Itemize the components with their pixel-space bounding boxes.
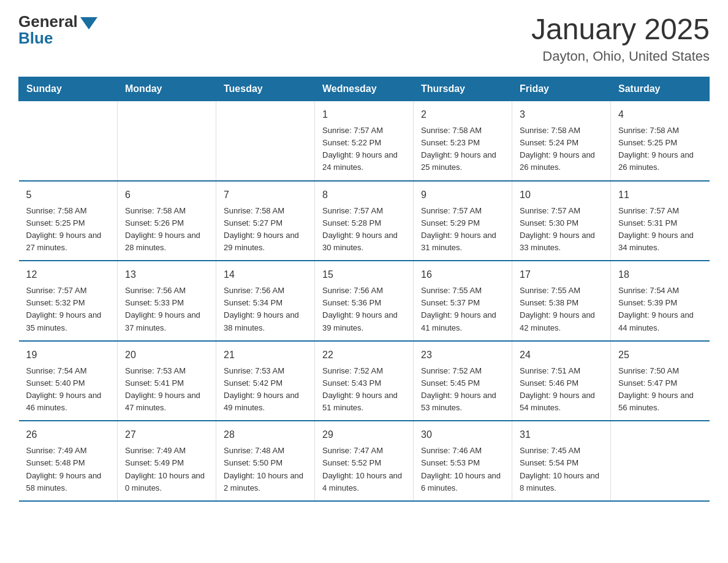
col-saturday: Saturday: [611, 77, 710, 101]
table-row: 21Sunrise: 7:53 AM Sunset: 5:42 PM Dayli…: [216, 341, 315, 421]
day-number: 17: [520, 267, 603, 282]
day-info: Sunrise: 7:57 AM Sunset: 5:32 PM Dayligh…: [26, 285, 110, 334]
day-number: 8: [322, 188, 406, 202]
calendar-week-row: 5Sunrise: 7:58 AM Sunset: 5:25 PM Daylig…: [19, 181, 710, 261]
logo: General Blue: [18, 12, 97, 48]
table-row: 19Sunrise: 7:54 AM Sunset: 5:40 PM Dayli…: [19, 341, 118, 421]
day-info: Sunrise: 7:52 AM Sunset: 5:43 PM Dayligh…: [322, 365, 406, 415]
day-info: Sunrise: 7:54 AM Sunset: 5:39 PM Dayligh…: [618, 285, 702, 334]
day-info: Sunrise: 7:55 AM Sunset: 5:37 PM Dayligh…: [421, 285, 504, 334]
day-number: 14: [224, 267, 307, 282]
day-info: Sunrise: 7:56 AM Sunset: 5:34 PM Dayligh…: [224, 285, 307, 334]
table-row: [611, 421, 710, 501]
table-row: 30Sunrise: 7:46 AM Sunset: 5:53 PM Dayli…: [414, 421, 512, 501]
table-row: 31Sunrise: 7:45 AM Sunset: 5:54 PM Dayli…: [512, 421, 611, 501]
day-info: Sunrise: 7:56 AM Sunset: 5:36 PM Dayligh…: [322, 285, 406, 334]
day-number: 4: [618, 107, 702, 122]
table-row: 10Sunrise: 7:57 AM Sunset: 5:30 PM Dayli…: [512, 181, 611, 261]
table-row: 25Sunrise: 7:50 AM Sunset: 5:47 PM Dayli…: [611, 341, 710, 421]
day-info: Sunrise: 7:58 AM Sunset: 5:23 PM Dayligh…: [421, 124, 504, 174]
col-monday: Monday: [118, 77, 216, 101]
table-row: 2Sunrise: 7:58 AM Sunset: 5:23 PM Daylig…: [414, 101, 512, 181]
day-number: 1: [322, 107, 406, 122]
day-info: Sunrise: 7:51 AM Sunset: 5:46 PM Dayligh…: [520, 365, 603, 415]
table-row: 13Sunrise: 7:56 AM Sunset: 5:33 PM Dayli…: [118, 261, 216, 341]
table-row: 6Sunrise: 7:58 AM Sunset: 5:26 PM Daylig…: [118, 181, 216, 261]
day-info: Sunrise: 7:55 AM Sunset: 5:38 PM Dayligh…: [520, 285, 603, 334]
table-row: 9Sunrise: 7:57 AM Sunset: 5:29 PM Daylig…: [414, 181, 512, 261]
col-wednesday: Wednesday: [315, 77, 414, 101]
page-header: General Blue January 2025 Dayton, Ohio, …: [18, 12, 710, 64]
logo-blue-text: Blue: [18, 29, 53, 48]
calendar-week-row: 1Sunrise: 7:57 AM Sunset: 5:22 PM Daylig…: [19, 101, 710, 181]
table-row: 27Sunrise: 7:49 AM Sunset: 5:49 PM Dayli…: [118, 421, 216, 501]
table-row: 22Sunrise: 7:52 AM Sunset: 5:43 PM Dayli…: [315, 341, 414, 421]
table-row: 7Sunrise: 7:58 AM Sunset: 5:27 PM Daylig…: [216, 181, 315, 261]
table-row: [216, 101, 315, 181]
day-number: 10: [520, 188, 603, 202]
day-info: Sunrise: 7:57 AM Sunset: 5:30 PM Dayligh…: [520, 205, 603, 255]
day-info: Sunrise: 7:52 AM Sunset: 5:45 PM Dayligh…: [421, 365, 504, 415]
table-row: 12Sunrise: 7:57 AM Sunset: 5:32 PM Dayli…: [19, 261, 118, 341]
day-number: 23: [421, 348, 504, 362]
day-info: Sunrise: 7:48 AM Sunset: 5:50 PM Dayligh…: [224, 445, 307, 494]
col-friday: Friday: [512, 77, 611, 101]
title-section: January 2025 Dayton, Ohio, United States: [531, 12, 710, 64]
calendar-week-row: 19Sunrise: 7:54 AM Sunset: 5:40 PM Dayli…: [19, 341, 710, 421]
day-info: Sunrise: 7:58 AM Sunset: 5:27 PM Dayligh…: [224, 205, 307, 255]
day-info: Sunrise: 7:58 AM Sunset: 5:26 PM Dayligh…: [125, 205, 208, 255]
day-number: 6: [125, 188, 208, 202]
calendar-table: Sunday Monday Tuesday Wednesday Thursday…: [18, 77, 710, 502]
day-info: Sunrise: 7:45 AM Sunset: 5:54 PM Dayligh…: [520, 445, 603, 494]
table-row: 8Sunrise: 7:57 AM Sunset: 5:28 PM Daylig…: [315, 181, 414, 261]
day-number: 29: [322, 427, 406, 442]
day-number: 12: [26, 267, 110, 282]
day-number: 20: [125, 348, 208, 362]
col-sunday: Sunday: [19, 77, 118, 101]
table-row: 16Sunrise: 7:55 AM Sunset: 5:37 PM Dayli…: [414, 261, 512, 341]
day-number: 16: [421, 267, 504, 282]
table-row: 29Sunrise: 7:47 AM Sunset: 5:52 PM Dayli…: [315, 421, 414, 501]
col-thursday: Thursday: [414, 77, 512, 101]
day-number: 25: [618, 348, 702, 362]
day-number: 21: [224, 348, 307, 362]
table-row: 26Sunrise: 7:49 AM Sunset: 5:48 PM Dayli…: [19, 421, 118, 501]
table-row: 15Sunrise: 7:56 AM Sunset: 5:36 PM Dayli…: [315, 261, 414, 341]
month-title: January 2025: [531, 12, 710, 46]
logo-triangle-icon: [80, 17, 97, 29]
table-row: 20Sunrise: 7:53 AM Sunset: 5:41 PM Dayli…: [118, 341, 216, 421]
calendar-week-row: 12Sunrise: 7:57 AM Sunset: 5:32 PM Dayli…: [19, 261, 710, 341]
day-number: 5: [26, 188, 110, 202]
day-number: 30: [421, 427, 504, 442]
day-info: Sunrise: 7:46 AM Sunset: 5:53 PM Dayligh…: [421, 445, 504, 494]
day-info: Sunrise: 7:58 AM Sunset: 5:24 PM Dayligh…: [520, 124, 603, 174]
day-info: Sunrise: 7:57 AM Sunset: 5:29 PM Dayligh…: [421, 205, 504, 255]
day-info: Sunrise: 7:54 AM Sunset: 5:40 PM Dayligh…: [26, 365, 110, 415]
day-info: Sunrise: 7:53 AM Sunset: 5:41 PM Dayligh…: [125, 365, 208, 415]
day-number: 11: [618, 188, 702, 202]
day-number: 24: [520, 348, 603, 362]
day-number: 27: [125, 427, 208, 442]
day-number: 7: [224, 188, 307, 202]
table-row: 11Sunrise: 7:57 AM Sunset: 5:31 PM Dayli…: [611, 181, 710, 261]
day-info: Sunrise: 7:53 AM Sunset: 5:42 PM Dayligh…: [224, 365, 307, 415]
location-title: Dayton, Ohio, United States: [531, 48, 710, 64]
day-info: Sunrise: 7:58 AM Sunset: 5:25 PM Dayligh…: [26, 205, 110, 255]
day-info: Sunrise: 7:57 AM Sunset: 5:28 PM Dayligh…: [322, 205, 406, 255]
day-info: Sunrise: 7:57 AM Sunset: 5:31 PM Dayligh…: [618, 205, 702, 255]
day-number: 19: [26, 348, 110, 362]
day-number: 15: [322, 267, 406, 282]
day-info: Sunrise: 7:57 AM Sunset: 5:22 PM Dayligh…: [322, 124, 406, 174]
calendar-week-row: 26Sunrise: 7:49 AM Sunset: 5:48 PM Dayli…: [19, 421, 710, 501]
table-row: 18Sunrise: 7:54 AM Sunset: 5:39 PM Dayli…: [611, 261, 710, 341]
table-row: 24Sunrise: 7:51 AM Sunset: 5:46 PM Dayli…: [512, 341, 611, 421]
day-info: Sunrise: 7:56 AM Sunset: 5:33 PM Dayligh…: [125, 285, 208, 334]
day-number: 26: [26, 427, 110, 442]
day-number: 3: [520, 107, 603, 122]
table-row: [19, 101, 118, 181]
table-row: [118, 101, 216, 181]
table-row: 4Sunrise: 7:58 AM Sunset: 5:25 PM Daylig…: [611, 101, 710, 181]
calendar-header-row: Sunday Monday Tuesday Wednesday Thursday…: [19, 77, 710, 101]
day-number: 2: [421, 107, 504, 122]
table-row: 28Sunrise: 7:48 AM Sunset: 5:50 PM Dayli…: [216, 421, 315, 501]
